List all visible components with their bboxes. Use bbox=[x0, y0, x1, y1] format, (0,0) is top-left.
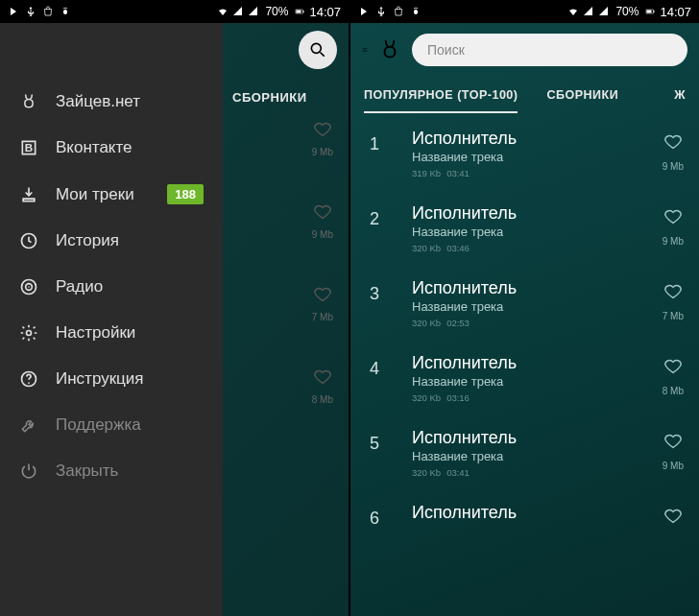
notif-play-icon bbox=[358, 6, 370, 17]
drawer-label: Вконтакте bbox=[56, 138, 133, 157]
track-size: 8 Mb bbox=[312, 394, 333, 405]
track-size: 7 Mb bbox=[312, 312, 333, 322]
track-size: 7 Mb bbox=[663, 311, 684, 321]
battery-icon bbox=[644, 6, 656, 17]
track-number: 6 bbox=[370, 503, 398, 529]
debug-icon bbox=[60, 6, 71, 17]
drawer-item-gear[interactable]: Настройки bbox=[0, 310, 223, 356]
drawer-item-wrench[interactable]: Поддержка bbox=[0, 402, 223, 448]
track-row[interactable]: 4 Исполнитель Название трека 320 Kb03:16… bbox=[350, 342, 699, 416]
signal-icon bbox=[232, 6, 244, 17]
track-row[interactable]: 2 Исполнитель Название трека 320 Kb03:46… bbox=[350, 192, 699, 267]
notif-play-icon bbox=[8, 6, 19, 17]
favorite-button[interactable] bbox=[663, 130, 684, 152]
vk-icon bbox=[19, 138, 38, 157]
drawer-label: Инструкция bbox=[56, 369, 144, 389]
track-meta bbox=[412, 527, 663, 537]
drawer-item-clock[interactable]: История bbox=[0, 218, 223, 264]
drawer-label: Закрыть bbox=[56, 462, 118, 481]
tab-collections-cropped[interactable]: СБОРНИКИ bbox=[223, 90, 307, 105]
status-bar: 70% 14:07 bbox=[0, 0, 349, 23]
track-size: 9 Mb bbox=[312, 229, 333, 240]
bag-icon bbox=[42, 6, 54, 17]
drawer-item-rabbit[interactable]: Зайцев.нет bbox=[0, 79, 223, 125]
drawer-label: Настройки bbox=[56, 323, 135, 343]
drawer-item-vk[interactable]: Вконтакте bbox=[0, 125, 223, 171]
gear-icon bbox=[19, 323, 38, 343]
wifi-icon bbox=[217, 6, 229, 17]
drawer-label: Зайцев.нет bbox=[56, 92, 140, 111]
drawer-item-help[interactable]: Инструкция bbox=[0, 356, 223, 402]
wrench-icon bbox=[19, 415, 38, 435]
track-size: 9 Mb bbox=[663, 461, 684, 471]
background-content: СБОРНИКИ Ж 9 Mb 9 Mb 7 Mb 8 Mb bbox=[223, 23, 349, 616]
track-title: Название трека bbox=[412, 150, 663, 164]
clock-icon bbox=[19, 231, 38, 250]
bag-icon bbox=[393, 6, 404, 17]
track-title: Название трека bbox=[412, 374, 663, 389]
favorite-button[interactable] bbox=[312, 201, 333, 222]
help-icon bbox=[19, 369, 38, 389]
app-logo-icon bbox=[377, 36, 402, 64]
search-placeholder: Поиск bbox=[427, 42, 465, 58]
favorite-button[interactable] bbox=[312, 283, 333, 304]
favorite-button[interactable] bbox=[663, 430, 684, 451]
tab-genres-cropped[interactable]: Ж bbox=[674, 88, 686, 113]
target-icon bbox=[19, 277, 38, 296]
drawer-item-target[interactable]: Радио bbox=[0, 264, 223, 310]
search-input[interactable]: Поиск bbox=[412, 34, 687, 66]
track-number: 1 bbox=[370, 129, 398, 154]
status-bar: 70% 14:07 bbox=[350, 0, 699, 23]
track-row[interactable]: 6 Исполнитель bbox=[350, 491, 699, 551]
rabbit-icon bbox=[19, 92, 38, 111]
signal-icon bbox=[583, 6, 594, 17]
track-size: 8 Mb bbox=[663, 386, 684, 396]
track-title: Название трека bbox=[412, 225, 663, 239]
battery-percent: 70% bbox=[265, 5, 288, 18]
track-meta: 320 Kb03:46 bbox=[412, 243, 663, 253]
tab-popular[interactable]: ПОПУЛЯРНОЕ (TOP-100) bbox=[364, 88, 518, 113]
drawer-label: История bbox=[56, 231, 119, 250]
drawer-label: Поддержка bbox=[56, 415, 141, 435]
search-icon bbox=[308, 40, 327, 59]
track-artist: Исполнитель bbox=[412, 503, 663, 523]
track-number: 3 bbox=[370, 278, 398, 304]
track-row[interactable]: 1 Исполнитель Название трека 319 Kb03:41… bbox=[350, 117, 699, 192]
track-size: 9 Mb bbox=[663, 236, 684, 247]
track-title: Название трека bbox=[412, 449, 663, 463]
menu-button[interactable] bbox=[362, 38, 368, 61]
screen-tracklist: 70% 14:07 Поиск ПОПУЛЯРНОЕ (TOP-100) СБО… bbox=[350, 0, 699, 616]
tab-collections[interactable]: СБОРНИКИ bbox=[546, 88, 618, 113]
nosim-icon bbox=[598, 6, 610, 17]
track-number: 5 bbox=[370, 428, 398, 454]
drawer-label: Радио bbox=[56, 277, 103, 296]
track-artist: Исполнитель bbox=[412, 353, 663, 373]
track-row[interactable]: 3 Исполнитель Название трека 320 Kb02:53… bbox=[350, 267, 699, 342]
track-meta: 319 Kb03:41 bbox=[412, 168, 663, 178]
nosim-icon bbox=[248, 6, 259, 17]
battery-percent: 70% bbox=[615, 5, 639, 18]
badge-count: 188 bbox=[167, 184, 204, 204]
drawer-item-download[interactable]: Мои треки 188 bbox=[0, 171, 223, 218]
download-icon bbox=[19, 185, 38, 204]
usb-icon bbox=[25, 6, 36, 17]
power-icon bbox=[19, 462, 38, 481]
track-row[interactable]: 5 Исполнитель Название трека 320 Kb03:41… bbox=[350, 416, 699, 491]
favorite-button[interactable] bbox=[312, 366, 333, 387]
favorite-button[interactable] bbox=[663, 205, 684, 226]
track-artist: Исполнитель bbox=[412, 278, 663, 298]
navigation-drawer: Зайцев.нет Вконтакте Мои треки 188 Истор… bbox=[0, 23, 223, 616]
usb-icon bbox=[375, 6, 387, 17]
track-meta: 320 Kb03:41 bbox=[412, 467, 663, 478]
favorite-button[interactable] bbox=[312, 118, 333, 139]
favorite-button[interactable] bbox=[663, 280, 684, 301]
drawer-item-power[interactable]: Закрыть bbox=[0, 448, 223, 494]
drawer-label: Мои треки bbox=[56, 185, 134, 204]
track-artist: Исполнитель bbox=[412, 203, 663, 224]
favorite-button[interactable] bbox=[663, 505, 684, 526]
track-size: 9 Mb bbox=[312, 147, 333, 157]
track-meta: 320 Kb02:53 bbox=[412, 318, 663, 328]
track-artist: Исполнитель bbox=[412, 129, 663, 149]
favorite-button[interactable] bbox=[663, 355, 684, 376]
search-button[interactable] bbox=[299, 31, 337, 69]
